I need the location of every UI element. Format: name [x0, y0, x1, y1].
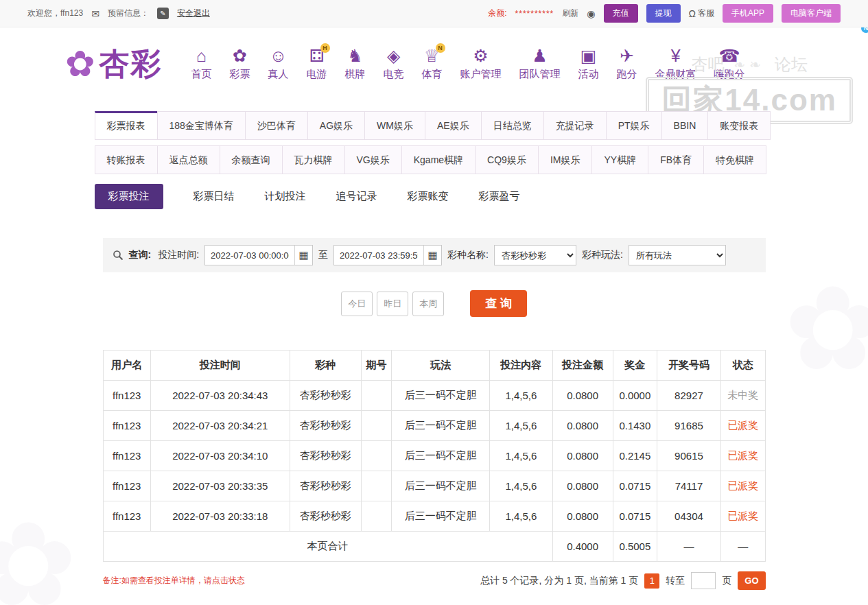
report-tab[interactable]: 瓦力棋牌: [282, 145, 345, 174]
mobile-app-button[interactable]: 手机APP: [723, 4, 773, 23]
nav-item-paofen[interactable]: ✈ 跑分: [617, 47, 637, 81]
recharge-button[interactable]: 充值: [604, 4, 638, 23]
report-tab[interactable]: BBIN: [661, 111, 709, 140]
nav-item-hi-paofen[interactable]: ☎ 嗨跑分: [714, 47, 745, 81]
nav-item-sports[interactable]: ♕ 体育 N: [422, 47, 443, 81]
bet-time-label: 投注时间:: [158, 249, 199, 261]
report-tab[interactable]: Kgame棋牌: [401, 145, 476, 174]
edit-icon[interactable]: ✎: [157, 8, 169, 19]
search-submit-button[interactable]: 查 询: [470, 290, 527, 317]
current-page-button[interactable]: 1: [644, 573, 659, 589]
sub-tab-daily-summary[interactable]: 彩票日结: [193, 184, 235, 209]
table-row: ffn123 2022-07-03 20:33:18 杏彩秒秒彩 后三一码不定胆…: [103, 501, 765, 532]
customer-service-link[interactable]: Ω 客服: [689, 8, 714, 19]
main-nav: ⌂ 首页 ✿ 彩票 ☺ 真人 N ⚃ 电游 H ♞ 棋牌 ◈ 电竞 ♕ 体育: [191, 47, 745, 81]
calendar-icon[interactable]: ▦: [423, 246, 441, 265]
play-type-label: 彩种玩法:: [582, 249, 623, 261]
report-tab[interactable]: CQ9娱乐: [475, 145, 539, 174]
nav-item-board-games[interactable]: ♞ 棋牌: [345, 47, 366, 81]
quick-filter-row: 今日 昨日 本周 查 询: [103, 290, 766, 317]
today-button[interactable]: 今日: [341, 292, 373, 316]
col-bet-amount: 投注金额: [552, 351, 613, 381]
logout-link[interactable]: 安全退出: [177, 8, 210, 19]
report-tab[interactable]: PT娱乐: [606, 111, 662, 140]
cell-bet-content: 1,4,5,6: [490, 441, 553, 471]
cell-status[interactable]: 已派奖: [720, 501, 765, 532]
sub-tab-account-changes[interactable]: 彩票账变: [408, 184, 449, 209]
cell-prize: 0.2145: [613, 441, 657, 471]
activities-icon: ▣: [580, 47, 597, 64]
report-tab[interactable]: 账变报表: [707, 111, 771, 140]
nav-item-account-management[interactable]: ⚙ 账户管理: [460, 47, 502, 81]
report-tab[interactable]: 余额查询: [220, 145, 283, 174]
envelope-icon[interactable]: ✉: [91, 8, 99, 19]
search-panel: 查询: 投注时间: ▦ 至 ▦ 彩种名称: 杏彩秒秒彩 彩种玩法: 所有玩法: [103, 238, 766, 272]
nav-item-team-management[interactable]: ♟ 团队管理: [519, 47, 561, 81]
cell-username: ffn123: [103, 441, 150, 471]
summary-status: —: [720, 532, 765, 562]
hi-paofen-icon: ☎: [719, 47, 740, 64]
report-tab[interactable]: 沙巴体育: [245, 111, 308, 140]
report-tab[interactable]: 转账报表: [95, 145, 158, 174]
report-tab[interactable]: 彩票报表: [95, 111, 158, 140]
cell-lottery: 杏彩秒秒彩: [290, 441, 361, 471]
nav-item-live-casino[interactable]: ☺ 真人 N: [268, 47, 289, 81]
brand-logo[interactable]: ✿ 杏彩: [65, 44, 163, 84]
this-week-button[interactable]: 本周: [412, 292, 444, 316]
note-text: 备注:如需查看投注单详情，请点击状态: [103, 575, 245, 586]
nav-item-esports[interactable]: ◈ 电竞: [384, 47, 404, 81]
nav-item-activities[interactable]: ▣ 活动: [578, 47, 599, 81]
report-tab[interactable]: AG娱乐: [307, 111, 365, 140]
end-time-input[interactable]: [334, 246, 423, 265]
nav-label: 金鼎财富: [655, 68, 696, 81]
refresh-link[interactable]: 刷新: [562, 8, 578, 19]
report-tab[interactable]: 特免棋牌: [703, 145, 766, 174]
cell-status[interactable]: 已派奖: [720, 411, 765, 441]
cell-bet-content: 1,4,5,6: [490, 471, 553, 501]
nav-item-home[interactable]: ⌂ 首页: [191, 47, 212, 81]
cell-status[interactable]: 未中奖: [720, 381, 765, 411]
report-tab[interactable]: 充提记录: [543, 111, 607, 140]
report-tab[interactable]: IM娱乐: [538, 145, 593, 174]
summary-draw-number: —: [657, 532, 721, 562]
report-tabs-row-1: 彩票报表 188金宝博体育 沙巴体育 AG娱乐 WM娱乐 AE娱乐 日结总览 充…: [95, 111, 774, 140]
table-row: ffn123 2022-07-03 20:34:21 杏彩秒秒彩 后三一码不定胆…: [103, 411, 765, 441]
sub-tab-bet-records[interactable]: 彩票投注: [95, 184, 163, 209]
pc-client-button[interactable]: 电脑客户端: [782, 4, 841, 23]
cell-bet-content: 1,4,5,6: [490, 411, 553, 441]
nav-label: 活动: [578, 68, 599, 81]
report-tab[interactable]: FB体育: [648, 145, 704, 174]
cell-prize: 0.0715: [613, 501, 657, 532]
cell-lottery: 杏彩秒秒彩: [290, 471, 361, 501]
withdraw-button[interactable]: 提现: [646, 4, 681, 23]
yesterday-button[interactable]: 昨日: [377, 292, 408, 316]
go-button[interactable]: GO: [738, 571, 765, 590]
calendar-icon[interactable]: ▦: [294, 246, 312, 265]
goto-label: 转至: [666, 575, 685, 587]
cell-bet-amount: 0.0800: [552, 471, 613, 501]
nav-item-wealth[interactable]: ¥ 金鼎财富: [655, 47, 696, 81]
report-tab[interactable]: WM娱乐: [364, 111, 425, 140]
goto-page-input[interactable]: [691, 572, 716, 589]
report-tab[interactable]: AE娱乐: [425, 111, 482, 140]
sub-tab-chase-records[interactable]: 追号记录: [336, 184, 377, 209]
sub-tab-plan-bets[interactable]: 计划投注: [265, 184, 306, 209]
cell-status[interactable]: 已派奖: [720, 471, 765, 501]
report-tab[interactable]: 188金宝博体育: [157, 111, 246, 140]
sub-tab-profit-loss[interactable]: 彩票盈亏: [479, 184, 520, 209]
eye-icon[interactable]: ◉: [587, 8, 595, 19]
play-type-select[interactable]: 所有玩法: [629, 245, 726, 265]
report-tab[interactable]: VG娱乐: [344, 145, 402, 174]
cell-lottery: 杏彩秒秒彩: [290, 411, 361, 441]
account-management-icon: ⚙: [473, 47, 488, 64]
cell-status[interactable]: 已派奖: [720, 441, 765, 471]
live-casino-icon: ☺: [270, 47, 288, 64]
report-tab[interactable]: 返点总额: [157, 145, 220, 174]
report-tab[interactable]: YY棋牌: [591, 145, 648, 174]
nav-item-lottery[interactable]: ✿ 彩票: [230, 47, 250, 81]
start-time-input[interactable]: [205, 246, 294, 265]
report-tab[interactable]: 日结总览: [481, 111, 544, 140]
lottery-name-select[interactable]: 杏彩秒秒彩: [494, 245, 576, 265]
pagination-summary: 总计 5 个记录, 分为 1 页, 当前第 1 页: [480, 575, 638, 587]
nav-item-egames[interactable]: ⚃ 电游 H: [307, 47, 327, 81]
